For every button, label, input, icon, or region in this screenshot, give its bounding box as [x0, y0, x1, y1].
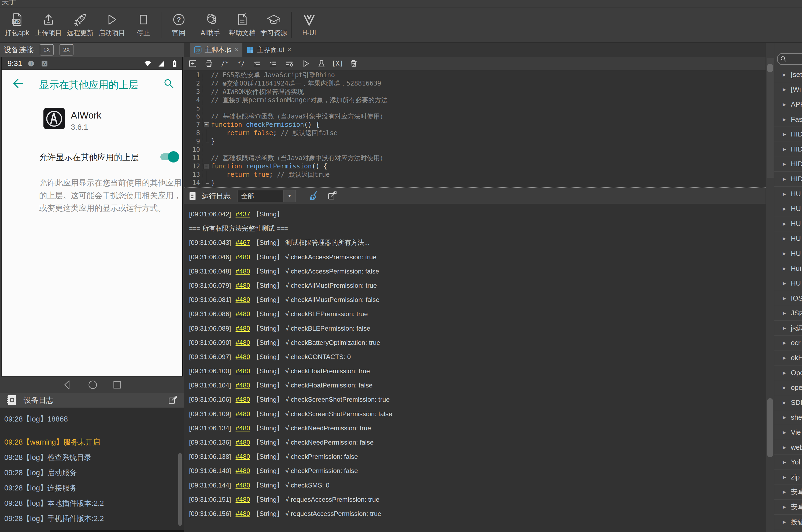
module-tree-item[interactable]: ▶Yol — [775, 455, 802, 470]
module-tree-item[interactable]: ▶按钮 — [775, 515, 802, 530]
toolbar-button-openai[interactable]: AI助手 — [195, 10, 226, 40]
module-tree-item[interactable]: ▶she — [775, 410, 802, 425]
log-line-link[interactable]: #480 — [235, 481, 250, 489]
module-tree-item[interactable]: ▶HU — [775, 276, 802, 291]
toolbar-button-rocket[interactable]: 远程更新 — [64, 10, 96, 40]
zoom-2x-button[interactable]: 2X — [59, 44, 74, 56]
back-arrow-icon[interactable] — [11, 77, 24, 90]
toolbar-button-play[interactable]: 启动项目 — [96, 10, 128, 40]
log-line-link[interactable]: #480 — [235, 382, 250, 389]
editor-printer-button[interactable] — [203, 58, 215, 69]
log-line-link[interactable]: #480 — [235, 453, 250, 460]
log-line-link[interactable]: #480 — [235, 496, 250, 503]
module-tree-item[interactable]: ▶HU — [775, 246, 802, 261]
editor-comment-close-button[interactable]: */ — [235, 58, 247, 69]
editor-add-button[interactable] — [187, 58, 199, 69]
editor-outdent-button[interactable] — [251, 58, 263, 69]
tab-main-ui[interactable]: 主界面.ui × — [242, 43, 295, 57]
close-icon[interactable]: × — [287, 45, 291, 54]
module-tree-item[interactable]: ▶HU — [775, 231, 802, 246]
log-line-link[interactable]: #480 — [235, 510, 250, 517]
module-tree-item[interactable]: ▶安卓 — [775, 499, 802, 515]
module-tree-item[interactable]: ▶js运 — [775, 321, 802, 336]
log-filter-select[interactable]: 全部 — [237, 190, 284, 202]
code-line[interactable]: 1// ES5系统安卓 JavaScript引擎Rhino — [184, 71, 766, 79]
code-line[interactable]: 14} — [184, 179, 766, 187]
log-line-link[interactable]: #480 — [235, 296, 250, 303]
code-line[interactable]: 4// 直接扩展permissionManger对象，添加所有必要的方法 — [184, 96, 766, 104]
permission-toggle[interactable] — [159, 151, 179, 163]
editor-remove-x-button[interactable]: [X] — [331, 58, 344, 69]
code-scrollbar-thumb[interactable] — [767, 64, 773, 72]
editor-format-button[interactable] — [283, 58, 295, 69]
log-line-link[interactable]: #480 — [235, 253, 250, 261]
code-line[interactable]: 2// ◉交流QQ群711841924群一，苹果内测群，528816639 — [184, 79, 766, 88]
module-tree-item[interactable]: ▶Fas — [775, 112, 802, 127]
module-tree-item[interactable]: ▶JS内 — [775, 306, 802, 321]
module-tree-item[interactable]: ▶Hui — [775, 261, 802, 276]
module-tree-item[interactable]: ▶Vie — [775, 425, 802, 440]
fold-collapse-icon[interactable]: − — [204, 164, 209, 169]
phone-mirror[interactable]: 9:31 i A 显示在其他应用的上层 — [1, 57, 183, 377]
log-line-link[interactable]: #437 — [235, 210, 250, 218]
module-tree-item[interactable]: ▶HID — [775, 157, 802, 172]
toolbar-button-apk-package[interactable]: APK打包apk — [1, 10, 33, 40]
editor-indent-button[interactable] — [267, 58, 280, 69]
toolbar-button-stop[interactable]: 停止 — [128, 10, 159, 40]
run-log-export-icon[interactable] — [327, 191, 337, 201]
toolbar-button-question-circle[interactable]: ?官网 — [163, 10, 195, 40]
log-line-link[interactable]: #480 — [235, 339, 250, 346]
device-log-list[interactable]: 09:28【log】1886809:28【warning】服务未开启09:28【… — [0, 407, 184, 532]
module-tree-item[interactable]: ▶HID — [775, 172, 802, 187]
code-line[interactable]: 12−function requestPermission() { — [184, 162, 766, 171]
log-line-link[interactable]: #480 — [235, 282, 250, 289]
run-log-scrollbar-thumb[interactable] — [767, 398, 773, 457]
log-line-link[interactable]: #480 — [235, 268, 250, 275]
module-tree-item[interactable]: ▶web — [775, 440, 802, 455]
module-tree-item[interactable]: ▶APP — [775, 97, 802, 112]
toolbar-button-upload[interactable]: 上传项目 — [33, 10, 64, 40]
log-line-link[interactable]: #480 — [235, 439, 250, 446]
fold-collapse-icon[interactable]: − — [204, 122, 209, 127]
log-line-link[interactable]: #480 — [235, 467, 250, 474]
module-tree-item[interactable]: ▶[set — [775, 67, 802, 82]
module-tree-item[interactable]: ▶IOS — [775, 291, 802, 306]
module-tree-item[interactable]: ▶Ope — [775, 365, 802, 380]
module-search-input[interactable] — [777, 53, 802, 65]
module-tree-item[interactable]: ▶HU — [775, 202, 802, 216]
module-tree-item[interactable]: ▶ope — [775, 380, 802, 395]
module-tree-item[interactable]: ▶ocr — [775, 336, 802, 351]
device-log-export-icon[interactable] — [168, 396, 177, 405]
log-line-link[interactable]: #480 — [235, 424, 250, 432]
module-tree-item[interactable]: ▶HID — [775, 142, 802, 157]
editor-run-button[interactable] — [299, 58, 311, 69]
toolbar-button-hui-logo[interactable]: H-UI — [293, 10, 325, 40]
code-line[interactable]: 10 — [184, 146, 766, 154]
log-line-link[interactable]: #480 — [235, 325, 250, 332]
search-icon[interactable] — [163, 78, 174, 89]
code-line[interactable]: 7−function checkPermission() { — [184, 121, 766, 129]
nav-home-icon[interactable] — [87, 379, 99, 391]
clear-log-broom-icon[interactable] — [309, 191, 320, 202]
zoom-1x-button[interactable]: 1X — [40, 44, 54, 56]
log-line-link[interactable]: #480 — [235, 410, 250, 418]
module-tree-item[interactable]: ▶HU — [775, 187, 802, 202]
editor-test-flask-button[interactable] — [315, 58, 328, 69]
code-line[interactable]: 3// AIWROK软件权限管理器实现 — [184, 88, 766, 96]
device-log-scrollbar[interactable] — [178, 453, 182, 526]
code-editor[interactable]: 1// ES5系统安卓 JavaScript引擎Rhino2// ◉交流QQ群7… — [184, 70, 766, 188]
module-tree-item[interactable]: ▶安卓 — [775, 485, 802, 500]
tab-main-script[interactable]: JS 主脚本.js × — [190, 43, 242, 57]
toolbar-button-graduation-cap[interactable]: 学习资源 — [258, 10, 290, 40]
code-line[interactable]: 13 return true; // 默认返回true — [184, 171, 766, 179]
log-line-link[interactable]: #480 — [235, 353, 250, 360]
nav-back-icon[interactable] — [61, 379, 74, 391]
module-tree-item[interactable]: ▶HU — [775, 216, 802, 231]
module-tree-item[interactable]: ▶SDK — [775, 395, 802, 410]
editor-comment-open-button[interactable]: /* — [219, 58, 231, 69]
menu-fragment[interactable]: 关于 — [2, 0, 16, 6]
log-line-link[interactable]: #480 — [235, 396, 250, 403]
code-line[interactable]: 8 return false; // 默认返回false — [184, 129, 766, 137]
module-tree-item[interactable]: ▶插件 — [775, 529, 802, 532]
code-line[interactable]: 11// 基础权限请求函数（当Java对象中没有对应方法时使用） — [184, 154, 766, 162]
